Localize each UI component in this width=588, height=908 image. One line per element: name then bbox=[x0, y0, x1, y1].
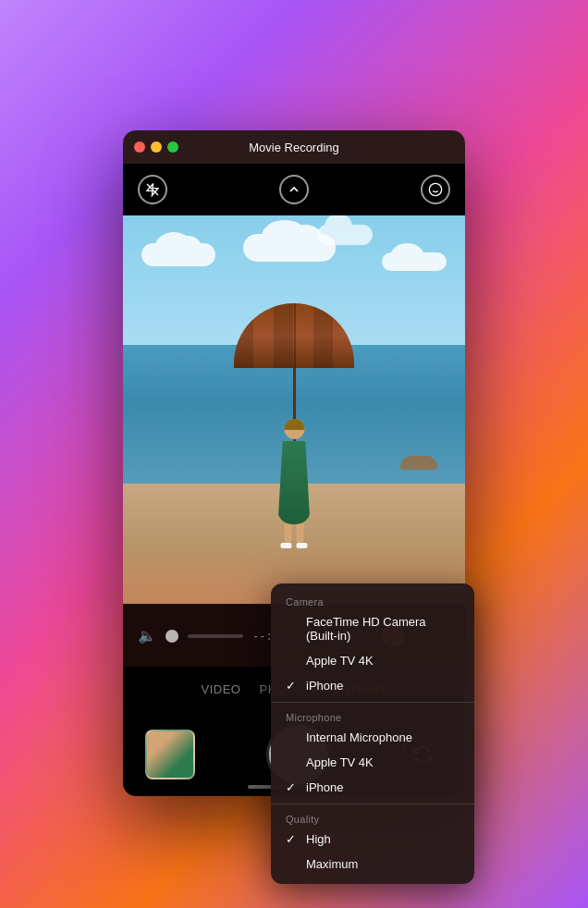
umbrella-panel-3 bbox=[313, 303, 333, 368]
volume-knob[interactable] bbox=[165, 630, 178, 643]
face-icon bbox=[428, 182, 443, 197]
divider-2 bbox=[271, 804, 474, 804]
app-window: Movie Recording bbox=[123, 130, 465, 796]
face-button[interactable] bbox=[421, 175, 450, 204]
quality-high-label: High bbox=[306, 832, 459, 846]
minimize-button[interactable] bbox=[151, 141, 162, 153]
top-controls-bar bbox=[123, 164, 465, 215]
person-foot-left bbox=[281, 543, 292, 548]
microphone-section-header: Microphone bbox=[271, 706, 474, 725]
cloud-3 bbox=[382, 252, 447, 271]
camera-appletv[interactable]: ✓ Apple TV 4K bbox=[271, 648, 474, 673]
camera-scene bbox=[123, 215, 465, 604]
person bbox=[278, 419, 311, 548]
umbrella-panel-1 bbox=[234, 303, 253, 368]
cloud-4 bbox=[317, 225, 373, 245]
camera-iphone-label: iPhone bbox=[306, 679, 459, 693]
divider-1 bbox=[271, 702, 474, 703]
volume-icon: 🔈 bbox=[138, 627, 156, 644]
traffic-lights bbox=[134, 141, 178, 153]
thumbnail[interactable] bbox=[145, 730, 195, 779]
svg-point-1 bbox=[429, 183, 441, 195]
camera-facetime[interactable]: ✓ FaceTime HD Camera (Built-in) bbox=[271, 609, 474, 648]
person-head-container bbox=[284, 419, 304, 439]
camera-iphone-check: ✓ bbox=[286, 679, 299, 693]
chevron-up-button[interactable] bbox=[279, 175, 309, 204]
maximize-button[interactable] bbox=[167, 141, 178, 153]
mic-internal-label: Internal Microphone bbox=[306, 730, 459, 744]
umbrella bbox=[234, 303, 354, 368]
person-dress bbox=[278, 441, 311, 524]
umbrella-panel-2 bbox=[274, 303, 293, 368]
camera-iphone[interactable]: ✓ iPhone bbox=[271, 673, 474, 698]
quality-section-header: Quality bbox=[271, 808, 474, 827]
quality-high-check: ✓ bbox=[286, 832, 299, 846]
mic-iphone-label: iPhone bbox=[306, 780, 459, 794]
titlebar: Movie Recording bbox=[123, 130, 465, 164]
window-title: Movie Recording bbox=[249, 141, 339, 154]
quality-maximum-label: Maximum bbox=[306, 857, 459, 871]
mode-video[interactable]: VIDEO bbox=[202, 682, 241, 696]
quality-high[interactable]: ✓ High bbox=[271, 827, 474, 852]
dropdown-menu: Camera ✓ FaceTime HD Camera (Built-in) ✓… bbox=[271, 583, 474, 884]
mic-internal[interactable]: ✓ Internal Microphone bbox=[271, 725, 474, 750]
land-strip bbox=[400, 456, 437, 470]
mic-appletv-label: Apple TV 4K bbox=[306, 755, 459, 769]
camera-view bbox=[123, 215, 465, 604]
close-button[interactable] bbox=[134, 141, 145, 153]
cloud-1 bbox=[141, 243, 215, 266]
person-foot-right bbox=[297, 543, 308, 548]
flash-button[interactable] bbox=[138, 175, 167, 204]
person-hair bbox=[284, 419, 304, 430]
mic-appletv[interactable]: ✓ Apple TV 4K bbox=[271, 750, 474, 775]
flash-icon bbox=[145, 182, 160, 197]
volume-track[interactable] bbox=[188, 634, 243, 638]
chevron-up-icon bbox=[287, 182, 301, 197]
quality-maximum[interactable]: ✓ Maximum bbox=[271, 852, 474, 877]
person-feet bbox=[281, 543, 308, 548]
camera-appletv-label: Apple TV 4K bbox=[306, 654, 459, 668]
mic-iphone-check: ✓ bbox=[286, 780, 299, 794]
mic-iphone[interactable]: ✓ iPhone bbox=[271, 775, 474, 800]
camera-section-header: Camera bbox=[271, 591, 474, 609]
camera-facetime-label: FaceTime HD Camera (Built-in) bbox=[306, 615, 459, 643]
